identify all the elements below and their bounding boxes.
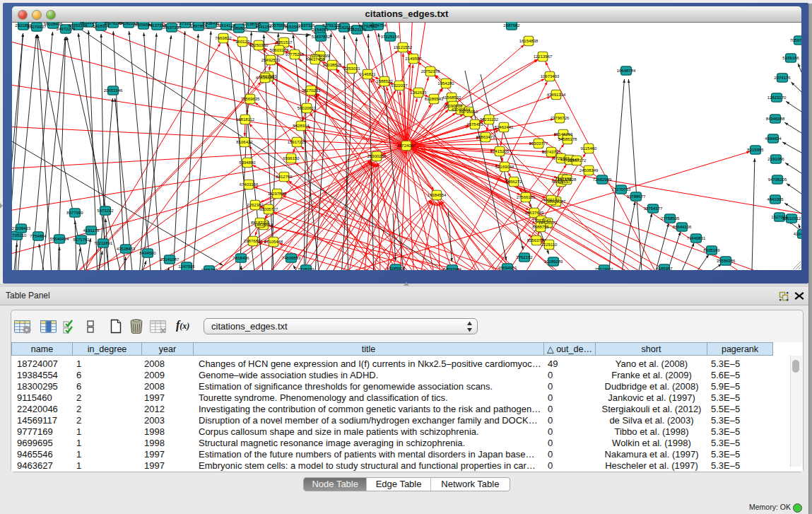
svg-text:3253031: 3253031 <box>343 66 360 71</box>
svg-text:48250360: 48250360 <box>249 43 269 47</box>
svg-text:2191066: 2191066 <box>767 157 784 161</box>
svg-text:97705310: 97705310 <box>12 233 27 238</box>
svg-text:38270233: 38270233 <box>302 88 321 93</box>
svg-text:47816686: 47816686 <box>256 76 275 80</box>
svg-text:96028436: 96028436 <box>44 22 63 26</box>
svg-text:8412769: 8412769 <box>276 175 293 179</box>
svg-text:12213967: 12213967 <box>534 54 553 59</box>
svg-text:73440831: 73440831 <box>687 236 706 240</box>
svg-text:9115460: 9115460 <box>581 146 598 151</box>
svg-text:99788677: 99788677 <box>627 194 646 199</box>
svg-text:31367172: 31367172 <box>567 158 587 163</box>
svg-text:43528453: 43528453 <box>117 247 136 251</box>
svg-text:25492573: 25492573 <box>261 58 281 62</box>
svg-text:52462441: 52462441 <box>495 125 514 129</box>
svg-text:23141087: 23141087 <box>160 257 180 262</box>
svg-text:10289289: 10289289 <box>544 259 563 264</box>
svg-text:5456272: 5456272 <box>505 180 522 184</box>
svg-text:70211891: 70211891 <box>94 241 113 245</box>
svg-text:99038526: 99038526 <box>323 63 342 67</box>
svg-text:48285503: 48285503 <box>387 267 406 270</box>
svg-text:45594951: 45594951 <box>498 266 517 270</box>
svg-text:17270733: 17270733 <box>612 187 631 192</box>
svg-text:4694634: 4694634 <box>765 136 782 141</box>
svg-text:97225156: 97225156 <box>381 35 400 39</box>
svg-text:18724007: 18724007 <box>397 144 416 148</box>
svg-text:55540424: 55540424 <box>50 237 69 241</box>
svg-text:8351517: 8351517 <box>276 40 293 45</box>
svg-text:86644106: 86644106 <box>673 225 692 229</box>
svg-text:84437458: 84437458 <box>306 57 325 62</box>
svg-text:10973493: 10973493 <box>541 74 560 78</box>
svg-text:8935169: 8935169 <box>703 248 720 252</box>
svg-text:9146821: 9146821 <box>359 72 376 76</box>
svg-text:1954280: 1954280 <box>437 81 454 86</box>
svg-text:4374754: 4374754 <box>370 23 387 28</box>
svg-text:2687682: 2687682 <box>503 23 520 28</box>
svg-text:85863473: 85863473 <box>476 135 495 139</box>
svg-text:8106422: 8106422 <box>236 140 253 144</box>
svg-text:98231132: 98231132 <box>480 117 499 122</box>
svg-text:70597444: 70597444 <box>790 38 801 42</box>
svg-text:4841005: 4841005 <box>767 197 784 201</box>
svg-text:15917225: 15917225 <box>288 140 307 144</box>
svg-text:5159166: 5159166 <box>782 56 799 60</box>
svg-text:11297845: 11297845 <box>268 192 287 196</box>
svg-text:27566185: 27566185 <box>517 195 536 199</box>
svg-text:12823170: 12823170 <box>767 95 787 100</box>
svg-text:27758595: 27758595 <box>661 216 680 221</box>
svg-text:20752378: 20752378 <box>421 69 440 74</box>
svg-text:5673212: 5673212 <box>97 209 114 213</box>
svg-text:2375453: 2375453 <box>466 122 483 127</box>
svg-text:38754377: 38754377 <box>644 206 663 211</box>
svg-text:29876811: 29876811 <box>244 239 263 243</box>
svg-text:89795010: 89795010 <box>459 110 478 114</box>
svg-text:23209423: 23209423 <box>12 226 31 230</box>
svg-text:5322037: 5322037 <box>391 83 408 88</box>
svg-text:4191175: 4191175 <box>83 228 100 233</box>
svg-text:23796726: 23796726 <box>551 116 570 120</box>
svg-text:19384554: 19384554 <box>428 193 447 197</box>
svg-text:16818112: 16818112 <box>236 117 255 122</box>
svg-text:4965789: 4965789 <box>201 268 218 270</box>
svg-text:8688755: 8688755 <box>532 225 549 229</box>
svg-text:7728339: 7728339 <box>298 267 314 270</box>
svg-text:24508349: 24508349 <box>579 168 599 173</box>
svg-text:8215955: 8215955 <box>747 148 764 152</box>
svg-text:2074176: 2074176 <box>774 76 791 80</box>
svg-text:3154051: 3154051 <box>312 28 329 32</box>
svg-text:15197528: 15197528 <box>558 177 577 182</box>
svg-text:93303777: 93303777 <box>529 141 548 146</box>
svg-text:2229110: 2229110 <box>541 243 558 247</box>
svg-text:4009172: 4009172 <box>543 198 560 202</box>
svg-text:37415205: 37415205 <box>490 149 510 153</box>
svg-text:1362615: 1362615 <box>410 90 427 95</box>
svg-text:67403166: 67403166 <box>240 182 259 187</box>
svg-text:2149597: 2149597 <box>405 57 422 61</box>
svg-text:30005727: 30005727 <box>259 207 278 211</box>
svg-text:96637649: 96637649 <box>525 211 544 215</box>
svg-text:25300285: 25300285 <box>367 154 387 158</box>
svg-text:8434500: 8434500 <box>139 251 156 255</box>
svg-text:30743797: 30743797 <box>542 150 561 154</box>
svg-text:52169044: 52169044 <box>495 165 514 169</box>
svg-text:7089806: 7089806 <box>230 26 247 30</box>
svg-text:74606833: 74606833 <box>282 256 301 260</box>
svg-text:5394880: 5394880 <box>239 160 256 165</box>
svg-text:960123: 960123 <box>235 40 250 44</box>
svg-text:85146293: 85146293 <box>554 132 573 136</box>
svg-text:36697396: 36697396 <box>163 25 182 30</box>
svg-text:5428914: 5428914 <box>293 124 310 128</box>
svg-text:51837852: 51837852 <box>312 35 331 39</box>
svg-text:27105448: 27105448 <box>264 240 283 244</box>
svg-text:7818496: 7818496 <box>233 256 249 260</box>
svg-text:7754864: 7754864 <box>30 234 47 238</box>
svg-text:8077999: 8077999 <box>66 211 83 215</box>
svg-text:56020613: 56020613 <box>298 106 317 110</box>
svg-text:16154838: 16154838 <box>519 39 539 43</box>
svg-text:41568532: 41568532 <box>442 95 461 100</box>
svg-text:84346088: 84346088 <box>766 117 785 121</box>
svg-text:35556386: 35556386 <box>717 259 736 263</box>
svg-text:1247595: 1247595 <box>178 264 195 269</box>
svg-text:19510312: 19510312 <box>782 216 801 221</box>
